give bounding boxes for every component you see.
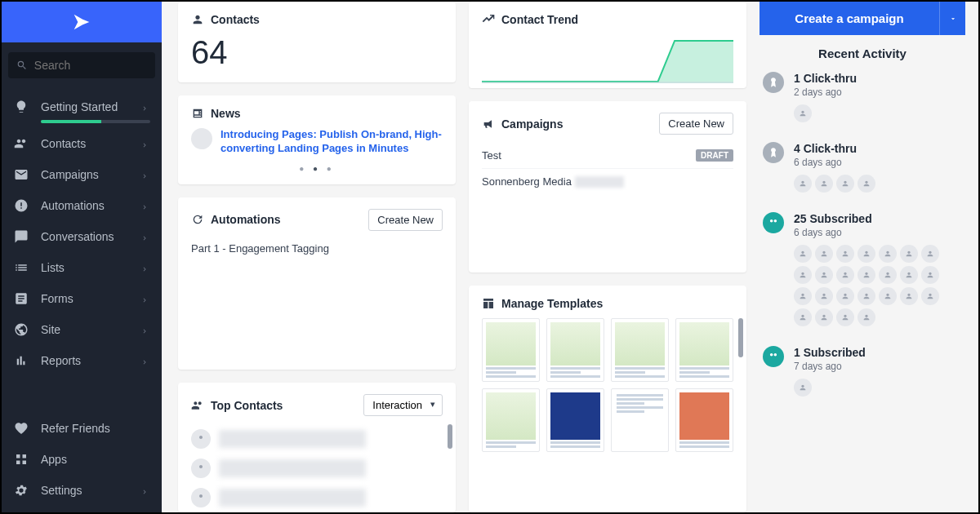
- campaign-name: Sonnenberg Media: [482, 175, 572, 188]
- nav-reports[interactable]: Reports: [2, 345, 162, 376]
- chevron-right-icon: [140, 139, 150, 148]
- reports-icon: [13, 352, 29, 369]
- nav-lists[interactable]: Lists: [2, 252, 162, 283]
- trend-icon: [482, 13, 495, 26]
- nav-apps[interactable]: Apps: [2, 444, 162, 475]
- activity-item[interactable]: 25 Subscribed6 days ago: [763, 212, 962, 326]
- top-contacts-card: Top Contacts Interaction: [178, 383, 456, 512]
- recent-activity-title: Recent Activity: [760, 47, 965, 60]
- trend-chart: [482, 34, 733, 83]
- activity-list: 1 Click-thru2 days ago4 Click-thru6 days…: [760, 72, 965, 397]
- news-icon: [191, 107, 204, 120]
- create-campaign-button[interactable]: Create New: [659, 113, 733, 135]
- create-campaign-cta[interactable]: Create a campaign: [760, 2, 939, 35]
- top-contact-row[interactable]: [191, 424, 443, 454]
- chat-icon: [13, 228, 29, 245]
- template-thumb[interactable]: [675, 388, 733, 452]
- scrollbar[interactable]: [448, 424, 452, 449]
- template-thumb[interactable]: [546, 318, 604, 382]
- template-icon: [482, 297, 495, 310]
- click-icon: [763, 142, 784, 163]
- activity-date: 6 days ago: [794, 157, 875, 168]
- activity-date: 2 days ago: [794, 86, 857, 98]
- group-icon: [763, 212, 784, 233]
- campaign-row[interactable]: Sonnenberg Media: [482, 168, 733, 194]
- nav-campaigns[interactable]: Campaigns: [2, 159, 162, 190]
- activity-item[interactable]: 1 Click-thru2 days ago: [763, 72, 962, 122]
- globe-icon: [13, 321, 29, 338]
- nav-settings[interactable]: Settings: [2, 475, 162, 506]
- nav-label: Conversations: [41, 230, 114, 243]
- template-thumb[interactable]: [546, 388, 604, 452]
- automations-card: Automations Create New Part 1 - Engageme…: [178, 197, 456, 370]
- activity-date: 7 days ago: [794, 361, 866, 372]
- nav-label: Getting Started: [41, 100, 118, 113]
- nav-refer[interactable]: Refer Friends: [2, 413, 162, 444]
- template-thumb[interactable]: [675, 318, 733, 382]
- nav-label: Automations: [41, 199, 105, 212]
- click-icon: [763, 72, 784, 93]
- campaign-name: Test: [482, 149, 501, 162]
- top-contact-row[interactable]: [191, 454, 443, 483]
- nav-label: Refer Friends: [41, 422, 110, 435]
- nav-contacts[interactable]: Contacts: [2, 128, 162, 159]
- forms-icon: [13, 290, 29, 307]
- search-icon: [16, 59, 28, 72]
- nav-site[interactable]: Site: [2, 314, 162, 345]
- heart-icon: [13, 420, 29, 436]
- trend-title: Contact Trend: [501, 13, 578, 26]
- news-avatar: [191, 128, 212, 149]
- top-contacts-sort-select[interactable]: Interaction: [363, 394, 443, 416]
- nav-forms[interactable]: Forms: [2, 283, 162, 314]
- template-thumb[interactable]: [611, 318, 669, 382]
- template-thumb[interactable]: [482, 388, 540, 452]
- nav-label: Contacts: [41, 137, 86, 150]
- megaphone-icon: [482, 117, 495, 131]
- chevron-right-icon: [140, 102, 150, 112]
- contacts-count: 64: [191, 34, 443, 71]
- scrollbar[interactable]: [738, 318, 743, 357]
- top-contacts-title: Top Contacts: [211, 399, 283, 412]
- activity-avatars: [794, 175, 875, 193]
- nav-label: Settings: [41, 484, 82, 497]
- contacts-card: Contacts 64: [178, 2, 456, 82]
- template-thumb[interactable]: [482, 318, 540, 382]
- refresh-icon: [191, 213, 204, 226]
- people-icon: [191, 399, 204, 412]
- nav-label: Campaigns: [41, 168, 99, 181]
- sidebar: Getting Started Contacts Campaigns Autom…: [2, 2, 162, 512]
- activity-avatars: [794, 245, 941, 326]
- campaign-row[interactable]: Test DRAFT: [482, 143, 733, 168]
- search-field[interactable]: [34, 59, 147, 72]
- campaigns-card: Campaigns Create New Test DRAFT Sonnenbe…: [469, 101, 746, 273]
- top-contact-row[interactable]: [191, 483, 443, 512]
- news-pagination[interactable]: ● ● ●: [191, 164, 443, 173]
- contacts-title: Contacts: [211, 13, 260, 26]
- activity-item[interactable]: 1 Subscribed7 days ago: [763, 346, 962, 397]
- nav-label: Site: [41, 323, 60, 336]
- automation-row[interactable]: Part 1 - Engagement Tagging: [191, 239, 443, 255]
- automations-title: Automations: [211, 213, 281, 226]
- person-icon: [191, 13, 204, 26]
- create-campaign-dropdown[interactable]: [939, 2, 965, 35]
- nav-automations[interactable]: Automations: [2, 190, 162, 221]
- nav-conversations[interactable]: Conversations: [2, 221, 162, 252]
- contacts-icon: [13, 135, 29, 152]
- redacted: [575, 176, 624, 188]
- news-headline-link[interactable]: Introducing Pages: Publish On-brand, Hig…: [220, 128, 443, 156]
- activity-title: 1 Subscribed: [794, 346, 866, 359]
- contact-trend-card: Contact Trend: [469, 2, 746, 88]
- search-input[interactable]: [8, 52, 155, 78]
- create-automation-button[interactable]: Create New: [368, 209, 443, 231]
- nav-label: Reports: [41, 354, 81, 367]
- activity-title: 1 Click-thru: [794, 72, 857, 85]
- template-thumb[interactable]: [611, 388, 669, 452]
- news-title: News: [211, 107, 241, 120]
- list-icon: [13, 259, 29, 276]
- apps-icon: [13, 451, 29, 467]
- activity-item[interactable]: 4 Click-thru6 days ago: [763, 142, 962, 193]
- templates-title: Manage Templates: [501, 297, 603, 310]
- logo[interactable]: [2, 2, 162, 42]
- nav-getting-started[interactable]: Getting Started: [2, 91, 162, 128]
- nav-label: Apps: [41, 453, 67, 466]
